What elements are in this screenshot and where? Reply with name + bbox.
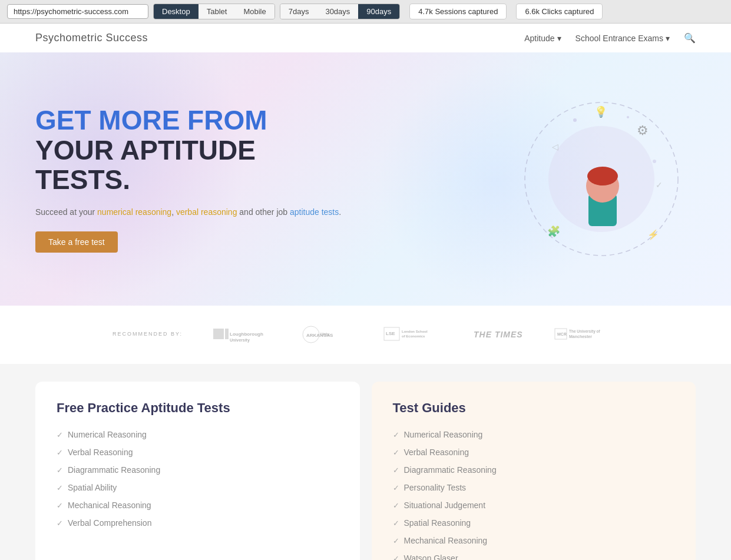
- device-tablet-button[interactable]: Tablet: [199, 4, 236, 19]
- check-icon: ✓: [57, 483, 63, 492]
- free-test-numerical[interactable]: Numerical Reasoning: [68, 430, 147, 439]
- clicks-stat: 6.6k Clicks captured: [516, 4, 603, 19]
- logo-the-times: THE TIMES: [471, 323, 524, 346]
- svg-text:University: University: [230, 338, 250, 343]
- hero-title-line2: YOUR APTITUDE: [35, 135, 256, 165]
- hero-link-aptitude[interactable]: aptitude tests: [290, 207, 339, 217]
- check-icon: ✓: [393, 466, 399, 475]
- svg-point-4: [587, 167, 618, 185]
- list-item: ✓ Situational Judgement: [393, 501, 675, 510]
- nav-links: Aptitude ▾ School Entrance Exams ▾ 🔍: [524, 32, 696, 44]
- hero-subtitle: Succeed at your numerical reasoning, ver…: [35, 206, 341, 218]
- logo-lse: LSE London School of Economics: [383, 324, 442, 346]
- logo-arkansas: ARKANSAS Univ.: [300, 324, 353, 346]
- free-test-diagrammatic[interactable]: Diagrammatic Reasoning: [68, 465, 160, 475]
- free-tests-list: ✓ Numerical Reasoning ✓ Verbal Reasoning…: [57, 430, 339, 528]
- guide-situational[interactable]: Situational Judgement: [404, 501, 486, 510]
- check-icon: ✓: [393, 519, 399, 528]
- site-wrapper: Psychometric Success Aptitude ▾ School E…: [0, 24, 731, 560]
- sessions-stat: 4.7k Sessions captured: [409, 4, 507, 19]
- list-item: ✓ Verbal Reasoning: [393, 448, 675, 457]
- check-icon: ✓: [393, 430, 399, 439]
- device-desktop-button[interactable]: Desktop: [154, 4, 199, 19]
- device-group: Desktop Tablet Mobile: [153, 4, 275, 19]
- svg-rect-15: [225, 329, 229, 339]
- hero-title: GET MORE FROM YOUR APTITUDE TESTS.: [35, 105, 341, 195]
- list-item: ✓ Verbal Reasoning: [57, 448, 339, 457]
- hero-subtitle-before: Succeed at your: [35, 207, 97, 217]
- svg-text:MCR: MCR: [557, 332, 567, 336]
- svg-text:The University of: The University of: [569, 329, 601, 334]
- svg-point-13: [653, 160, 656, 163]
- svg-text:LSE: LSE: [386, 331, 395, 336]
- hero-content: GET MORE FROM YOUR APTITUDE TESTS. Succe…: [35, 105, 341, 253]
- hero-title-get: GET MORE FROM: [35, 105, 267, 135]
- svg-text:◁: ◁: [552, 142, 558, 151]
- time-90days-button[interactable]: 90days: [358, 4, 399, 19]
- device-mobile-button[interactable]: Mobile: [235, 4, 274, 19]
- check-icon: ✓: [393, 448, 399, 457]
- url-bar[interactable]: https://psychometric-success.com: [7, 4, 148, 19]
- list-item: ✓ Watson Glaser: [393, 554, 675, 560]
- free-test-verbal[interactable]: Verbal Reasoning: [68, 448, 133, 457]
- hero-cta-button[interactable]: Take a free test: [35, 231, 118, 253]
- guide-diagrammatic[interactable]: Diagrammatic Reasoning: [404, 465, 497, 475]
- list-item: ✓ Numerical Reasoning: [57, 430, 339, 439]
- check-icon: ✓: [57, 519, 63, 528]
- svg-text:Univ.: Univ.: [320, 332, 330, 336]
- svg-text:of Economics: of Economics: [402, 334, 425, 338]
- hero-subtitle-mid: and other job: [237, 207, 290, 217]
- search-icon[interactable]: 🔍: [684, 32, 696, 44]
- check-icon: ✓: [57, 430, 63, 439]
- cards-section: Free Practice Aptitude Tests ✓ Numerical…: [0, 364, 731, 560]
- free-tests-card: Free Practice Aptitude Tests ✓ Numerical…: [35, 382, 360, 560]
- svg-text:💡: 💡: [594, 105, 608, 118]
- logo-loughborough: Loughborough University: [212, 324, 271, 346]
- check-icon: ✓: [57, 466, 63, 475]
- recommended-label-wrapper: RECOMMENDED BY:: [113, 331, 183, 337]
- hero-subtitle-after: .: [339, 207, 341, 217]
- chevron-down-icon: ▾: [666, 34, 670, 43]
- list-item: ✓ Spatial Ability: [57, 483, 339, 492]
- hero-link-verbal[interactable]: verbal reasoning: [176, 207, 237, 217]
- svg-text:⚡: ⚡: [647, 229, 659, 240]
- list-item: ✓ Verbal Comprehension: [57, 518, 339, 528]
- logos-section: RECOMMENDED BY: Loughborough University …: [0, 306, 731, 364]
- test-guides-card: Test Guides ✓ Numerical Reasoning ✓ Verb…: [372, 382, 696, 560]
- hero-title-line3: TESTS.: [35, 164, 130, 195]
- guide-spatial[interactable]: Spatial Reasoning: [404, 518, 471, 528]
- recommended-label: RECOMMENDED BY:: [113, 331, 183, 337]
- free-test-mechanical[interactable]: Mechanical Reasoning: [68, 501, 151, 510]
- free-test-verbal-comp[interactable]: Verbal Comprehension: [68, 518, 151, 528]
- guide-numerical[interactable]: Numerical Reasoning: [404, 430, 483, 439]
- check-icon: ✓: [393, 554, 399, 561]
- svg-text:London School: London School: [402, 330, 428, 333]
- svg-point-11: [573, 118, 577, 122]
- site-logo: Psychometric Success: [35, 32, 148, 44]
- check-icon: ✓: [393, 501, 399, 510]
- test-guides-list: ✓ Numerical Reasoning ✓ Verbal Reasoning…: [393, 430, 675, 560]
- site-nav: Psychometric Success Aptitude ▾ School E…: [0, 24, 731, 52]
- guide-personality[interactable]: Personality Tests: [404, 483, 467, 492]
- check-icon: ✓: [393, 483, 399, 492]
- hero-svg: ⚙ 💡 🧩 ⚡ ◁ ✓: [507, 85, 696, 273]
- nav-aptitude[interactable]: Aptitude ▾: [524, 34, 561, 43]
- guide-mechanical[interactable]: Mechanical Reasoning: [404, 536, 488, 545]
- svg-text:⚙: ⚙: [637, 123, 649, 138]
- hero-link-numerical[interactable]: numerical reasoning: [97, 207, 171, 217]
- hero-section: GET MORE FROM YOUR APTITUDE TESTS. Succe…: [0, 52, 731, 306]
- time-7days-button[interactable]: 7days: [280, 4, 317, 19]
- hero-illustration: ⚙ 💡 🧩 ⚡ ◁ ✓: [507, 85, 696, 273]
- toolbar: https://psychometric-success.com Desktop…: [0, 0, 731, 24]
- list-item: ✓ Spatial Reasoning: [393, 518, 675, 528]
- nav-school-exams[interactable]: School Entrance Exams ▾: [575, 34, 670, 43]
- list-item: ✓ Numerical Reasoning: [393, 430, 675, 439]
- guide-verbal[interactable]: Verbal Reasoning: [404, 448, 469, 457]
- guide-watson[interactable]: Watson Glaser: [404, 554, 458, 560]
- time-30days-button[interactable]: 30days: [317, 4, 358, 19]
- free-test-spatial[interactable]: Spatial Ability: [68, 483, 117, 492]
- svg-text:🧩: 🧩: [547, 225, 561, 238]
- svg-text:Loughborough: Loughborough: [230, 332, 263, 337]
- svg-text:Manchester: Manchester: [569, 334, 592, 339]
- check-icon: ✓: [57, 448, 63, 457]
